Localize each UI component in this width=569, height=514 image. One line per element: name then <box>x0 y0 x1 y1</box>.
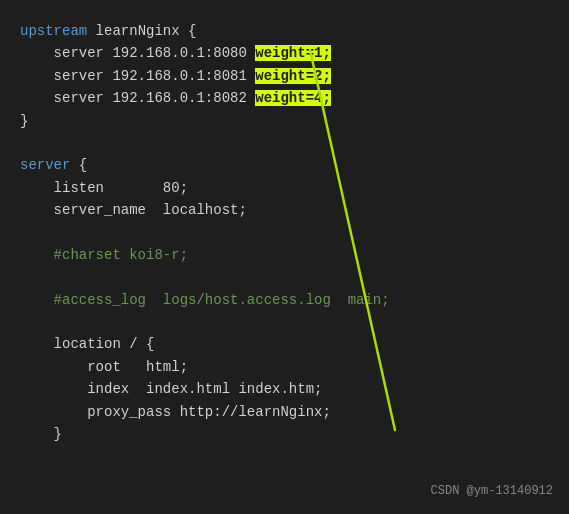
highlight-weight2: weight=2; <box>255 68 331 84</box>
code-line: server 192.168.0.1:8082 weight=4; <box>20 87 549 109</box>
code-line: #access_log logs/host.access.log main; <box>20 289 549 311</box>
code-line: root html; <box>20 356 549 378</box>
keyword-upstream: upstream <box>20 23 87 39</box>
code-line: server_name localhost; <box>20 199 549 221</box>
code-editor: upstream learnNginx { server 192.168.0.1… <box>0 0 569 465</box>
keyword-server: server <box>20 157 70 173</box>
highlight-weight1: weight=1; <box>255 45 331 61</box>
code-line: proxy_pass http://learnNginx; <box>20 401 549 423</box>
comment-access-log: #access_log logs/host.access.log main; <box>20 292 390 308</box>
code-line <box>20 132 549 154</box>
code-line: location / { <box>20 333 549 355</box>
code-line: } <box>20 110 549 132</box>
code-line: server { <box>20 154 549 176</box>
code-line: #charset koi8-r; <box>20 244 549 266</box>
code-line <box>20 222 549 244</box>
comment-charset: #charset koi8-r; <box>20 247 188 263</box>
code-line: } <box>20 423 549 445</box>
code-line <box>20 311 549 333</box>
highlight-weight4: weight=4; <box>255 90 331 106</box>
code-line: server 192.168.0.1:8080 weight=1; <box>20 42 549 64</box>
code-line: upstream learnNginx { <box>20 20 549 42</box>
watermark: CSDN @ym-13140912 <box>431 484 553 498</box>
code-line: server 192.168.0.1:8081 weight=2; <box>20 65 549 87</box>
code-line: listen 80; <box>20 177 549 199</box>
code-line <box>20 266 549 288</box>
code-line: index index.html index.htm; <box>20 378 549 400</box>
